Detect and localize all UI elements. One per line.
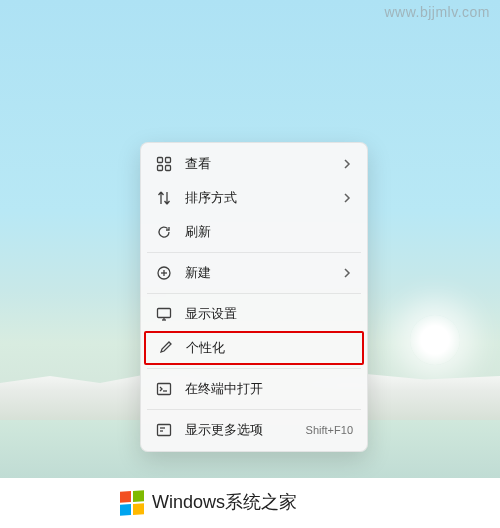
menu-separator <box>147 293 361 294</box>
menu-separator <box>147 409 361 410</box>
monitor-icon <box>155 305 173 323</box>
menu-item-refresh[interactable]: 刷新 <box>145 215 363 249</box>
chevron-right-icon <box>341 193 353 203</box>
refresh-icon <box>155 223 173 241</box>
grid-icon <box>155 155 173 173</box>
svg-rect-1 <box>166 158 171 163</box>
menu-label: 刷新 <box>185 223 353 241</box>
attribution-suffix: 系统之家 <box>225 492 297 512</box>
menu-label: 查看 <box>185 155 341 173</box>
chevron-right-icon <box>341 159 353 169</box>
sort-icon <box>155 189 173 207</box>
attribution-brand: Windows <box>152 492 225 512</box>
highlight-annotation: 个性化 <box>144 331 364 365</box>
menu-item-new[interactable]: 新建 <box>145 256 363 290</box>
svg-rect-2 <box>158 166 163 171</box>
menu-separator <box>147 368 361 369</box>
svg-rect-3 <box>166 166 171 171</box>
svg-rect-7 <box>158 309 171 318</box>
menu-item-display-settings[interactable]: 显示设置 <box>145 297 363 331</box>
menu-label: 在终端中打开 <box>185 380 353 398</box>
menu-item-view[interactable]: 查看 <box>145 147 363 181</box>
menu-label: 个性化 <box>186 339 352 357</box>
menu-shortcut: Shift+F10 <box>306 424 353 436</box>
windows-logo-icon <box>120 490 144 515</box>
svg-rect-0 <box>158 158 163 163</box>
menu-label: 显示更多选项 <box>185 421 298 439</box>
desktop-context-menu: 查看 排序方式 刷新 新建 <box>140 142 368 452</box>
menu-item-more-options[interactable]: 显示更多选项 Shift+F10 <box>145 413 363 447</box>
svg-rect-12 <box>158 425 171 436</box>
menu-item-personalize[interactable]: 个性化 <box>146 333 362 363</box>
desktop-wallpaper[interactable]: www.bjjmlv.com 查看 排序方式 刷新 <box>0 0 500 528</box>
attribution-text: Windows系统之家 <box>152 493 297 513</box>
menu-item-sort[interactable]: 排序方式 <box>145 181 363 215</box>
source-attribution-bar: Windows系统之家 <box>0 478 500 528</box>
paintbrush-icon <box>156 339 174 357</box>
plus-circle-icon <box>155 264 173 282</box>
menu-item-open-terminal[interactable]: 在终端中打开 <box>145 372 363 406</box>
watermark-url: www.bjjmlv.com <box>384 4 490 20</box>
more-options-icon <box>155 421 173 439</box>
svg-rect-10 <box>158 384 171 395</box>
menu-label: 显示设置 <box>185 305 353 323</box>
menu-label: 排序方式 <box>185 189 341 207</box>
menu-label: 新建 <box>185 264 341 282</box>
wallpaper-sun <box>410 315 460 365</box>
chevron-right-icon <box>341 268 353 278</box>
terminal-icon <box>155 380 173 398</box>
menu-separator <box>147 252 361 253</box>
